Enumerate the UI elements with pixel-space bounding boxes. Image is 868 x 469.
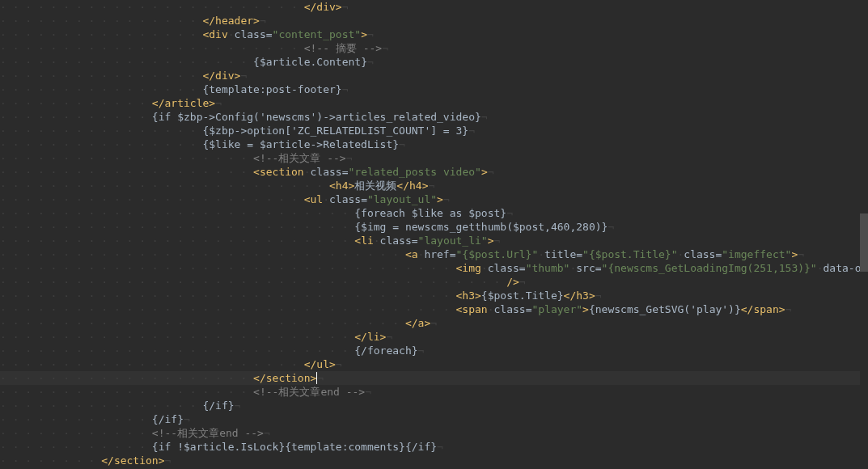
- code-line[interactable]: · · · · · · · · · · · · <!--相关文章end -->¬: [0, 426, 868, 440]
- token-bracket: </: [152, 97, 165, 109]
- newline-indicator: ¬: [468, 125, 475, 137]
- token-tag: span: [753, 303, 778, 315]
- code-line[interactable]: · · · · · · · · · · · · {if !$article.Is…: [0, 440, 868, 454]
- token-bracket: </: [354, 331, 367, 343]
- token-attr-val: "{$post.Title}": [582, 248, 677, 260]
- token-attr-name: href: [424, 248, 449, 260]
- token-ws: ·: [538, 248, 544, 260]
- whitespace-indicator: · · · · · · · · · · · · · · · ·: [0, 15, 202, 27]
- vertical-scrollbar[interactable]: [860, 0, 868, 469]
- code-line[interactable]: · · · · · · · · · · · · · · · · · · · · …: [0, 41, 868, 55]
- code-line[interactable]: · · · · · · · · · · · · · · · · · · · · …: [0, 330, 868, 344]
- token-tag: article: [165, 97, 210, 109]
- newline-indicator: ¬: [437, 441, 443, 453]
- token-text: 相关视频: [354, 180, 396, 192]
- code-line[interactable]: · · · · · · · · · · · · · · · · · · · · …: [0, 289, 868, 302]
- token-attr-name: title: [544, 248, 576, 260]
- code-line[interactable]: · · · · · · · · · · · · · · · · · · · · …: [0, 316, 868, 330]
- code-editor[interactable]: · · · · · · · · · · · · · · · · · · · · …: [0, 0, 868, 469]
- whitespace-indicator: · · · · · · · · · · · · · · · ·: [0, 138, 202, 150]
- newline-indicator: ¬: [399, 138, 405, 150]
- whitespace-indicator: · · · · · · · · · · · · · · · · · · · · …: [0, 344, 354, 357]
- code-line[interactable]: · · · · · · · · · · · · · · · · · · · · …: [0, 261, 868, 275]
- token-ws: ·: [374, 234, 380, 247]
- newline-indicator: ¬: [215, 97, 222, 109]
- code-line[interactable]: · · · · · · · · · · · · · · · · · · · · …: [0, 275, 868, 289]
- token-attr-name: class: [488, 262, 519, 274]
- code-line[interactable]: · · · · · · · · · · · · · · · · <div·cla…: [0, 27, 868, 41]
- token-tag: h3: [462, 289, 475, 302]
- token-ws: ·: [817, 262, 824, 274]
- newline-indicator: ¬: [346, 152, 353, 164]
- newline-indicator: ¬: [488, 166, 494, 178]
- whitespace-indicator: · · · · · · · · · · · · · · · · · · · ·: [0, 372, 253, 384]
- code-line[interactable]: · · · · · · · · · · · · {if $zbp->Config…: [0, 110, 868, 124]
- token-bracket: >: [329, 358, 336, 370]
- whitespace-indicator: · · · · · · · · · · · ·: [0, 413, 152, 425]
- token-text: {$post.Title}: [481, 289, 564, 302]
- code-line[interactable]: · · · · · · · · · · · · · · · · · · · · …: [0, 179, 868, 192]
- newline-indicator: ¬: [336, 358, 342, 370]
- newline-indicator: ¬: [367, 56, 374, 68]
- whitespace-indicator: · · · · · · · · · · · · · · · · · · · · …: [0, 234, 354, 247]
- code-line[interactable]: · · · · · · · · · · · · · · · · {/if}¬: [0, 399, 868, 412]
- code-line[interactable]: · · · · · · · · · · · · · · · · </div>¬: [0, 69, 868, 82]
- code-line[interactable]: · · · · · · · · · · · · · · · · {$zbp->o…: [0, 124, 868, 137]
- token-bracket: >: [488, 234, 494, 247]
- newline-indicator: ¬: [264, 427, 270, 439]
- whitespace-indicator: · · · · · · · · · · · ·: [0, 441, 152, 453]
- code-line[interactable]: · · · · · · · · · · · · · · · · · · · · …: [0, 302, 868, 316]
- token-text: =: [576, 248, 582, 260]
- token-attr-name: class: [311, 166, 342, 178]
- code-line[interactable]: · · · · · · · · · · · · · · · · · · · · …: [0, 192, 868, 206]
- code-line[interactable]: · · · · · · · · · · · · · · · · · · · · …: [0, 206, 868, 220]
- token-bracket: <: [405, 248, 412, 260]
- code-line[interactable]: · · · · · · · · · · · · · · · · · · · · …: [0, 234, 868, 247]
- code-line[interactable]: · · · · · · · · · · · · · · · · · · · · …: [0, 220, 868, 234]
- code-line[interactable]: · · · · · · · · · · · · · · · · · · · · …: [0, 371, 868, 385]
- token-text: {/foreach}: [354, 344, 417, 357]
- newline-indicator: ¬: [608, 221, 614, 233]
- code-line[interactable]: · · · · · · · · </section>¬: [0, 454, 868, 467]
- token-bracket: >: [582, 303, 589, 315]
- code-line[interactable]: · · · · · · · · · · · · · · · · · · · · …: [0, 55, 868, 69]
- scrollbar-thumb[interactable]: [860, 213, 868, 272]
- code-line[interactable]: · · · · · · · · · · · · </article>¬: [0, 96, 868, 110]
- token-text: =: [266, 28, 273, 40]
- token-text: =: [342, 166, 349, 178]
- token-attr-val: "content_post": [273, 28, 362, 40]
- code-line[interactable]: · · · · · · · · · · · · · · · · {$like =…: [0, 137, 868, 151]
- code-line[interactable]: · · · · · · · · · · · · · · · · · · · · …: [0, 151, 868, 165]
- code-line[interactable]: · · · · · · · · · · · · · · · · · · · · …: [0, 344, 868, 357]
- token-tag: h3: [576, 289, 589, 302]
- token-tag: header: [215, 15, 253, 27]
- whitespace-indicator: · · · · · · · · · · · · · · · · · · · · …: [0, 289, 456, 302]
- code-line[interactable]: · · · · · · · · · · · · {/if}¬: [0, 412, 868, 426]
- token-bracket: </: [741, 303, 754, 315]
- whitespace-indicator: · · · · · · · · · · · · · · · · · · · · …: [0, 42, 304, 54]
- whitespace-indicator: · · · · · · · · · · · · · · · ·: [0, 70, 202, 82]
- token-text: {/if}: [202, 399, 234, 412]
- token-ws: ·: [481, 262, 488, 274]
- token-attr-val: "layout_li": [418, 234, 488, 247]
- code-line[interactable]: · · · · · · · · · · · · · · · · · · · · …: [0, 385, 868, 399]
- token-tag: h4: [409, 180, 422, 192]
- token-bracket: <: [354, 234, 361, 247]
- token-tag: li: [361, 234, 374, 247]
- newline-indicator: ¬: [342, 1, 349, 13]
- token-tag: section: [260, 166, 304, 178]
- token-ws: ·: [323, 193, 329, 205]
- token-bracket: >: [481, 166, 488, 178]
- code-line[interactable]: · · · · · · · · · · · · · · · · · · · · …: [0, 165, 868, 179]
- code-line[interactable]: · · · · · · · · · · · · · · · · · · · · …: [0, 247, 868, 261]
- token-tag: div: [209, 28, 227, 40]
- token-text: {$zbp->option['ZC_RELATEDLIST_COUNT'] = …: [202, 125, 468, 137]
- token-bracket: >: [475, 289, 481, 302]
- code-line[interactable]: · · · · · · · · · · · · · · · · {templat…: [0, 82, 868, 96]
- newline-indicator: ¬: [165, 454, 171, 467]
- code-line[interactable]: · · · · · · · · · · · · · · · · </header…: [0, 14, 868, 27]
- whitespace-indicator: · · · · · · · · · · · · · · · ·: [0, 399, 202, 412]
- code-line[interactable]: · · · · · · · · · · · · · · · · · · · · …: [0, 357, 868, 371]
- token-attr-val: "{newscms_GetLoadingImg(251,153)}": [602, 262, 817, 274]
- code-line[interactable]: · · · · · · · · · · · · · · · · · · · · …: [0, 0, 868, 14]
